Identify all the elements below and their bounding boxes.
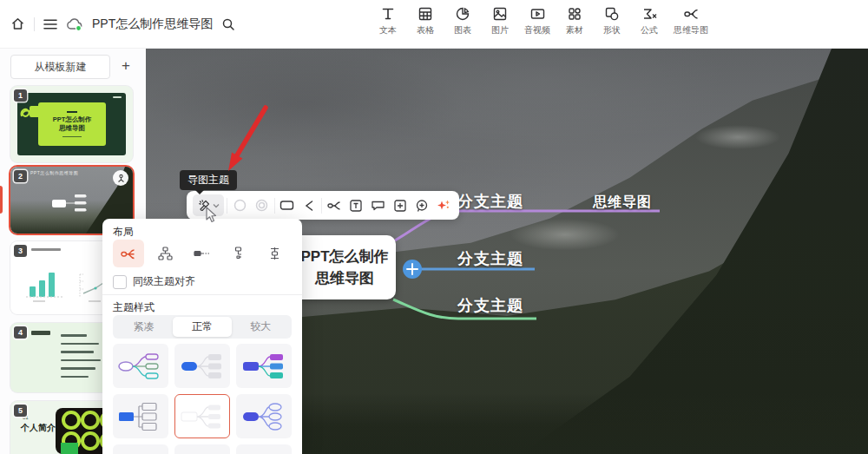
- comment-add-button[interactable]: [412, 195, 431, 216]
- theme-style-light-selected[interactable]: [174, 394, 230, 438]
- current-slide-indicator: [0, 186, 3, 214]
- toolbar-separator: [321, 198, 322, 214]
- layout-section-label: 布局: [113, 225, 134, 240]
- insert-media-button[interactable]: 音视频: [524, 6, 550, 36]
- insert-subtopic-button[interactable]: [325, 195, 344, 216]
- slide1-menu-dots: [113, 96, 122, 98]
- slide-number-badge: 3: [14, 245, 27, 257]
- home-icon[interactable]: [10, 16, 25, 31]
- size-segmented-control: 紧凑 正常 较大: [113, 315, 292, 339]
- slide-number-badge: 5: [14, 405, 27, 417]
- slide2-mini-mindmap: [36, 189, 106, 217]
- theme-style-row3-1[interactable]: [113, 444, 168, 454]
- menu-icon[interactable]: [43, 18, 57, 30]
- theme-style-section-label: 主题样式: [113, 300, 155, 315]
- layout-option-logic-right[interactable]: [186, 240, 217, 267]
- slide1-preview: PPT怎么制作 思维导图: [17, 93, 126, 155]
- branch-topic-3[interactable]: 分支主题: [457, 295, 523, 316]
- size-tab-large[interactable]: 较大: [232, 317, 290, 337]
- callout-button[interactable]: [368, 195, 387, 216]
- mindmap-center-node[interactable]: PPT怎么制作 思维导图: [293, 235, 396, 299]
- theme-style-indigo-colored[interactable]: [236, 344, 292, 388]
- border-style-button[interactable]: [278, 195, 297, 216]
- theme-style-row3-3[interactable]: [236, 444, 292, 454]
- layout-option-tree-down[interactable]: [222, 240, 253, 267]
- table-icon: [418, 6, 433, 22]
- slide4-list: [61, 334, 101, 378]
- add-slide-button[interactable]: +: [115, 55, 137, 77]
- insert-textbox-button[interactable]: [346, 195, 365, 216]
- theme-style-blue-outline[interactable]: [236, 394, 292, 438]
- document-title[interactable]: PPT怎么制作思维导图: [92, 16, 213, 32]
- shape-circle-button-disabled[interactable]: [230, 195, 249, 216]
- topbar-divider: [34, 17, 35, 31]
- insert-image-button[interactable]: 图片: [487, 6, 513, 36]
- line-style-button[interactable]: [299, 195, 319, 216]
- layout-option-org-chart[interactable]: [149, 240, 181, 267]
- text-icon: [380, 6, 396, 22]
- insert-formula-button[interactable]: 公式: [636, 6, 662, 36]
- image-icon: [492, 6, 508, 22]
- app-window: 分支主题 思维导图 分支主题 分支主题 PPT怎么制作 思维导图 PPT怎么制作…: [0, 0, 868, 454]
- layout-org-icon: [158, 247, 173, 260]
- slide2-title: PPT怎么制作思维导图: [30, 170, 78, 175]
- slide4-heading-bar: [31, 331, 50, 335]
- theme-style-row3-2[interactable]: [174, 444, 230, 454]
- ai-sparkle-button[interactable]: [434, 195, 453, 216]
- align-checkbox[interactable]: [113, 275, 127, 289]
- size-tab-compact[interactable]: 紧凑: [115, 317, 173, 337]
- shape-ring-button-disabled[interactable]: [252, 195, 271, 216]
- media-icon: [529, 6, 546, 22]
- insert-material-button[interactable]: 素材: [562, 6, 588, 36]
- slide1-title-line1: PPT怎么制作: [53, 115, 92, 124]
- branch-topic-2[interactable]: 分支主题: [457, 248, 523, 269]
- slide1-title-line2: 思维导图: [59, 124, 85, 133]
- insert-chart-button[interactable]: 图表: [450, 6, 476, 36]
- toolbar-separator: [274, 198, 275, 214]
- slide5-title: 个人简介: [21, 422, 56, 434]
- theme-style-blue-gray[interactable]: [174, 344, 230, 388]
- mindmap-icon: [683, 6, 700, 22]
- cloud-sync-icon[interactable]: [66, 17, 83, 31]
- theme-style-blue-org[interactable]: [113, 394, 168, 438]
- mindmap-toolbar: [187, 191, 459, 220]
- layout-mindmap-icon: [121, 247, 137, 260]
- slide-number-badge: 2: [14, 170, 27, 182]
- slide2-layout-button[interactable]: [113, 170, 128, 186]
- chevron-down-icon: [213, 203, 220, 208]
- search-icon[interactable]: [221, 17, 235, 31]
- theme-spray-icon: [198, 199, 211, 212]
- slide-number-badge: 1: [14, 89, 27, 102]
- center-node-line1: PPT怎么制作: [300, 246, 388, 267]
- layout-tree-icon: [233, 247, 244, 260]
- panel-divider: [102, 294, 302, 295]
- size-tab-normal-selected[interactable]: 正常: [173, 317, 231, 337]
- center-node-line2: 思维导图: [315, 267, 374, 289]
- material-icon: [567, 6, 582, 22]
- shape-icon: [604, 6, 620, 22]
- slide-number-badge: 4: [14, 326, 27, 339]
- top-bar: PPT怎么制作思维导图 文本 表格 图表 图片 音视频: [0, 0, 868, 49]
- layout-timeline-icon: [268, 247, 281, 260]
- insert-text-button[interactable]: 文本: [375, 6, 401, 36]
- map-theme-button[interactable]: [193, 194, 224, 216]
- insert-node-button[interactable]: [391, 195, 410, 216]
- insert-toolbar: 文本 表格 图表 图片 音视频 素材: [375, 6, 708, 36]
- layout-option-mindmap-selected[interactable]: [113, 240, 144, 267]
- theme-style-outline-colored[interactable]: [113, 344, 168, 388]
- tooltip-map-theme: 导图主题: [180, 170, 237, 190]
- slide-thumbnail-1[interactable]: 1 PPT怎么制作 思维导图: [10, 86, 133, 162]
- insert-shape-button[interactable]: 形状: [599, 6, 625, 36]
- new-from-template-button[interactable]: 从模板新建: [10, 55, 110, 79]
- align-checkbox-row: 同级主题对齐: [113, 274, 195, 289]
- insert-table-button[interactable]: 表格: [412, 6, 438, 36]
- main-topic-right[interactable]: 思维导图: [593, 194, 652, 212]
- layout-option-timeline[interactable]: [259, 240, 290, 267]
- chart-icon: [455, 6, 470, 22]
- branch-topic-1[interactable]: 分支主题: [457, 191, 523, 212]
- toolbar-separator: [227, 198, 227, 214]
- slide3-title-bar: [31, 248, 61, 251]
- branch-icon: [116, 174, 126, 183]
- slide1-title-card: PPT怎么制作 思维导图: [38, 102, 106, 146]
- insert-mindmap-button[interactable]: 思维导图: [674, 6, 708, 36]
